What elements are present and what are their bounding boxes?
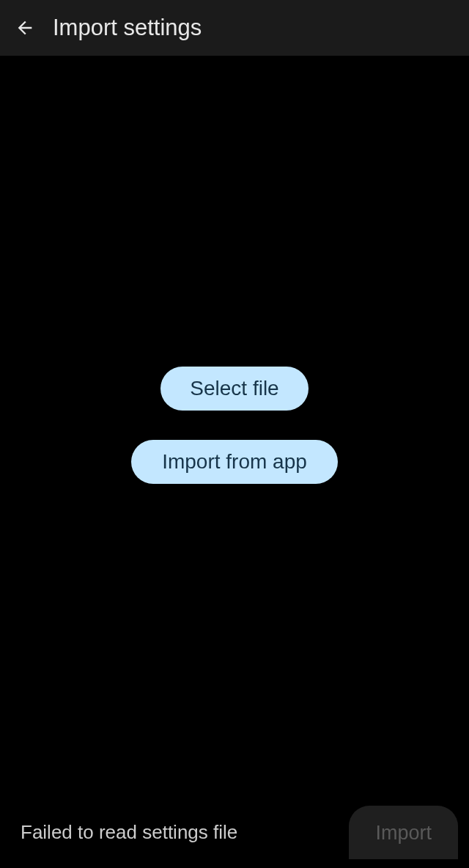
select-file-button[interactable]: Select file <box>160 367 308 411</box>
footer: Failed to read settings file Import <box>0 795 469 868</box>
status-message: Failed to read settings file <box>21 821 237 844</box>
main-content: Select file Import from app <box>0 56 469 795</box>
page-title: Import settings <box>53 15 202 41</box>
app-header: Import settings <box>0 0 469 56</box>
back-icon[interactable] <box>15 18 35 38</box>
import-from-app-button[interactable]: Import from app <box>131 440 338 484</box>
import-button[interactable]: Import <box>349 806 458 859</box>
